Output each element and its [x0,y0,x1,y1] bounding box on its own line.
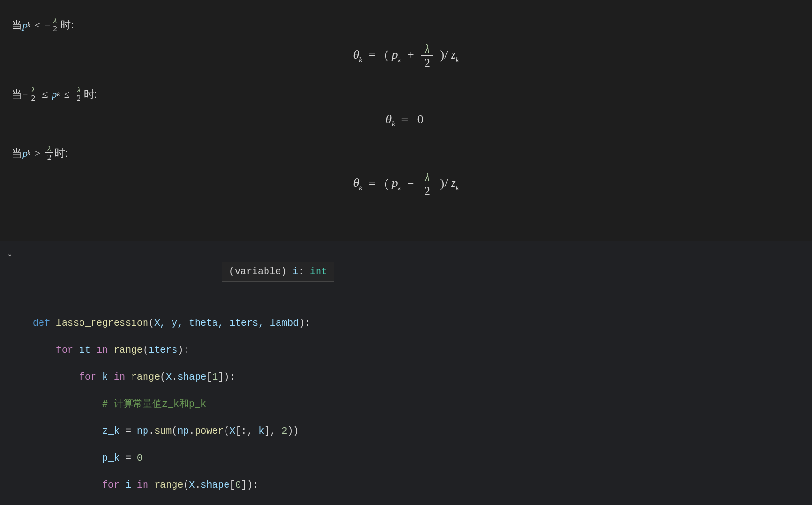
case1-rel: < [34,19,40,31]
case2-suffix: 时: [84,87,97,102]
code-line-2[interactable]: for it in range(iters): [33,344,812,357]
code-line-4[interactable]: # 计算常量值z_k和p_k [33,398,812,411]
case3-prefix: 当 [12,146,22,160]
case2-rel1: ≤ [42,88,48,101]
code-line-7[interactable]: for i in range(X.shape[0]): [33,478,812,492]
editor-gutter[interactable]: ⌄ [0,241,19,505]
case2-var: p [52,88,57,101]
case2-frac: λ 2 [29,86,37,103]
tooltip-prefix: (variable) [229,266,293,277]
code-line-3[interactable]: for k in range(X.shape[1]): [33,371,812,384]
tooltip-name: i [293,266,298,277]
hover-tooltip: (variable) i: int [222,262,334,282]
code-line-6[interactable]: p_k = 0 [33,452,812,465]
case1-sub: k [27,21,30,29]
case2-sub: k [57,90,60,98]
case1-condition: 当 p k < − λ 2 时: [12,16,800,33]
case1-neg: − [44,19,50,31]
case3-condition: 当 p k > λ 2 时: [12,145,800,161]
code-content[interactable]: (variable) i: int def lasso_regression(X… [19,241,812,505]
tooltip-colon: : [298,266,310,277]
case2-prefix: 当 [12,87,22,102]
case3-suffix: 时: [54,146,68,160]
case1-frac: λ 2 [51,16,59,33]
code-editor[interactable]: ⌄ (variable) i: int def lasso_regression… [0,241,812,505]
case1-var: p [22,19,27,31]
case3-sub: k [27,149,30,157]
case2-frac2: λ 2 [75,86,83,103]
code-line-5[interactable]: z_k = np.sum(np.power(X[:, k], 2)) [33,425,812,438]
equation-1: θk = (pk + λ 2 )/zk [12,43,800,69]
case1-suffix: 时: [60,18,74,32]
math-explanation: 当 p k < − λ 2 时: θk = (pk + λ 2 )/zk 当 −… [0,0,812,241]
equation-3: θk = (pk − λ 2 )/zk [12,171,800,198]
case3-frac: λ 2 [45,145,53,161]
case2-neg: − [22,88,28,101]
case1-prefix: 当 [12,18,22,32]
code-line-1[interactable]: def lasso_regression(X, y, theta, iters,… [33,317,812,330]
tooltip-type: int [310,266,327,277]
case3-var: p [22,147,27,159]
case3-rel: > [34,147,40,159]
chevron-down-icon[interactable]: ⌄ [0,250,19,258]
case2-condition: 当 − λ 2 ≤ p k ≤ λ 2 时: [12,86,800,103]
equation-2: θk = 0 [12,112,800,128]
case2-rel2: ≤ [64,88,70,101]
